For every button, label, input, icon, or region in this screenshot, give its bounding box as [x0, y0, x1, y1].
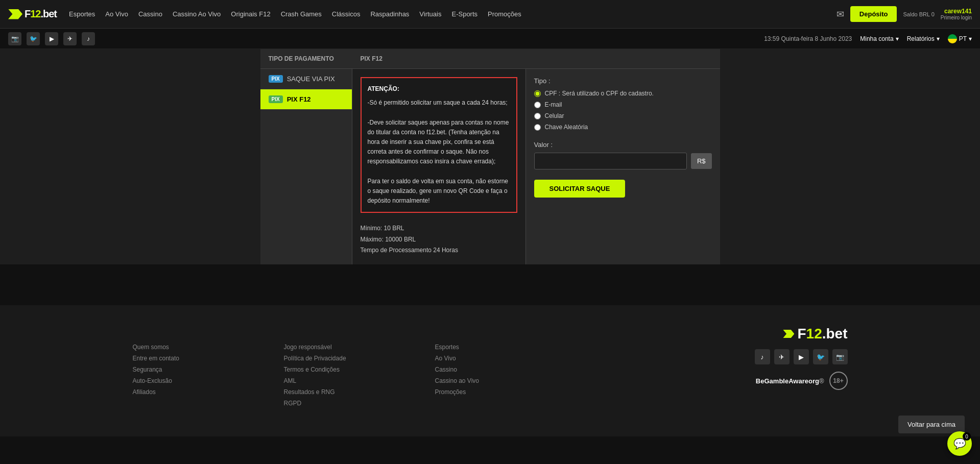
voltar-topo-button[interactable]: Voltar para cima: [898, 416, 965, 433]
footer-col-1: - Quem somos Entre em contato Segurança …: [133, 326, 264, 411]
balance-info: Saldo BRL 0: [903, 11, 934, 17]
nav-cassino[interactable]: Cassino: [138, 10, 162, 18]
radio-email-input[interactable]: [534, 102, 541, 108]
nav-promocoes[interactable]: Promoções: [488, 10, 521, 18]
main-content: TIPO DE PAGAMENTO PIX F12 PIX SAQUE VIA …: [0, 49, 980, 264]
valor-row: R$: [534, 153, 712, 169]
nav-esportes[interactable]: Esportes: [69, 10, 95, 18]
warning-limits: Mínimo: 10 BRL Máximo: 10000 BRL Tempo d…: [361, 223, 517, 256]
footer-promocoes[interactable]: Promoções: [435, 388, 566, 396]
radio-cpf-label: CPF : Será utilizado o CPF do cadastro.: [545, 90, 654, 97]
deposit-button[interactable]: Depósito: [850, 6, 897, 22]
radio-chave[interactable]: Chave Aleatória: [534, 124, 712, 131]
user-info: carew141 Primeiro login: [941, 8, 972, 20]
radio-cpf-input[interactable]: [534, 90, 541, 97]
footer-telegram-icon[interactable]: ✈: [774, 349, 790, 364]
youtube-icon[interactable]: ▶: [45, 32, 58, 45]
social-icons: 📷 🐦 ▶ ✈ ♪: [8, 32, 95, 45]
footer-youtube-icon[interactable]: ▶: [794, 349, 809, 364]
footer-instagram-icon[interactable]: 📷: [832, 349, 848, 364]
footer-social-icons: ♪ ✈ ▶ 🐦 📷: [755, 349, 848, 364]
limit-max: Máximo: 10000 BRL: [361, 234, 517, 246]
relatorios-button[interactable]: Relatórios ▾: [907, 35, 940, 42]
option-pix-f12[interactable]: PIX PIX F12: [260, 89, 352, 110]
solicitar-saque-button[interactable]: SOLICITAR SAQUE: [534, 180, 626, 198]
username: carew141: [941, 8, 972, 15]
begambleaware-text: BeGambleAwareorg®: [756, 377, 824, 385]
payment-body: PIX SAQUE VIA PIX PIX PIX F12 ATENÇÃO: -…: [260, 69, 720, 264]
footer-seguranca[interactable]: Segurança: [133, 366, 264, 373]
footer-grid: - Quem somos Entre em contato Segurança …: [133, 326, 848, 426]
currency-button[interactable]: R$: [691, 153, 712, 169]
header-pix: PIX F12: [352, 49, 720, 68]
tiktok-icon[interactable]: ♪: [82, 32, 95, 45]
radio-celular[interactable]: Celular: [534, 112, 712, 119]
nav-esports[interactable]: E-Sports: [451, 10, 477, 18]
telegram-icon[interactable]: ✈: [63, 32, 77, 45]
radio-celular-label: Celular: [545, 112, 564, 119]
pix-badge-green: PIX: [269, 95, 283, 103]
footer-auto-exclusao[interactable]: Auto-Exclusão: [133, 377, 264, 384]
instagram-icon[interactable]: 📷: [8, 32, 21, 45]
nav-classicos[interactable]: Clássicos: [332, 10, 361, 18]
footer-politica-privacidade[interactable]: Política de Privacidade: [284, 355, 415, 362]
language-button[interactable]: PT ▾: [948, 34, 972, 43]
footer-rgpd[interactable]: RGPD: [284, 400, 415, 407]
nav-originais-f12[interactable]: Originais F12: [231, 10, 270, 18]
footer: - Quem somos Entre em contato Segurança …: [0, 305, 980, 436]
radio-celular-input[interactable]: [534, 113, 541, 119]
footer-termos-condicoes[interactable]: Termos e Condições: [284, 366, 415, 373]
warning-title: ATENÇÃO:: [368, 84, 510, 94]
radio-group-tipo: CPF : Será utilizado o CPF do cadastro. …: [534, 90, 712, 131]
footer-jogo-responsavel[interactable]: Jogo responsável: [284, 344, 415, 351]
gray-space: [0, 264, 980, 305]
payment-options: PIX SAQUE VIA PIX PIX PIX F12: [260, 69, 352, 264]
warning-line-3: Para ter o saldo de volta em sua conta, …: [368, 177, 510, 206]
warning-line-2: -Deve solicitar saques apenas para conta…: [368, 118, 510, 167]
option-saque-label: SAQUE VIA PIX: [287, 75, 335, 83]
nav-ao-vivo[interactable]: Ao Vivo: [105, 10, 128, 18]
footer-aml[interactable]: AML: [284, 377, 415, 384]
radio-cpf[interactable]: CPF : Será utilizado o CPF do cadastro.: [534, 90, 712, 97]
age-badge: 18+: [829, 372, 848, 390]
footer-logo-text: F12.bet: [797, 326, 847, 342]
logo[interactable]: F12.bet: [8, 8, 57, 20]
warning-column: ATENÇÃO: -Só é permitido solicitar um sa…: [352, 69, 526, 264]
form-column: Tipo : CPF : Será utilizado o CPF do cad…: [526, 69, 720, 264]
warning-box: ATENÇÃO: -Só é permitido solicitar um sa…: [361, 77, 517, 213]
nav-virtuais[interactable]: Virtuais: [419, 10, 441, 18]
footer-brand: F12.bet ♪ ✈ ▶ 🐦 📷 BeGambleAwareorg® 18+: [586, 326, 848, 411]
footer-cassino[interactable]: Cassino: [435, 366, 566, 373]
datetime-area: 13:59 Quinta-feira 8 Junho 2023 Minha co…: [764, 34, 972, 43]
minha-conta-button[interactable]: Minha conta ▾: [860, 35, 898, 42]
limit-time: Tempo de Processamento 24 Horas: [361, 245, 517, 256]
payment-header: TIPO DE PAGAMENTO PIX F12: [260, 49, 720, 69]
footer-ao-vivo[interactable]: Ao Vivo: [435, 355, 566, 362]
nav-right: ✉ Depósito Saldo BRL 0 carew141 Primeiro…: [836, 6, 972, 22]
footer-cassino-ao-vivo[interactable]: Cassino ao Vivo: [435, 377, 566, 384]
logo-icon: [8, 9, 22, 19]
radio-email[interactable]: E-mail: [534, 101, 712, 108]
datetime-text: 13:59 Quinta-feira 8 Junho 2023: [764, 35, 852, 42]
footer-resultados-rng[interactable]: Resultados e RNG: [284, 388, 415, 396]
footer-entre-contato[interactable]: Entre em contato: [133, 355, 264, 362]
footer-twitter-icon[interactable]: 🐦: [813, 349, 828, 364]
valor-input[interactable]: [534, 153, 687, 169]
nav-crash-games[interactable]: Crash Games: [281, 10, 322, 18]
option-saque-via-pix[interactable]: PIX SAQUE VIA PIX: [260, 69, 352, 89]
warning-line-1: -Só é permitido solicitar um saque a cad…: [368, 98, 510, 108]
footer-esportes[interactable]: Esportes: [435, 344, 566, 351]
mail-icon[interactable]: ✉: [836, 9, 844, 20]
footer-logo: F12.bet: [783, 326, 847, 342]
limit-min: Mínimo: 10 BRL: [361, 223, 517, 234]
nav-cassino-ao-vivo[interactable]: Cassino Ao Vivo: [173, 10, 221, 18]
footer-tiktok-icon[interactable]: ♪: [755, 349, 770, 364]
radio-chave-input[interactable]: [534, 124, 541, 131]
footer-afiliados[interactable]: Afiliados: [133, 388, 264, 396]
pix-badge-blue: PIX: [269, 75, 283, 83]
footer-badges: BeGambleAwareorg® 18+: [756, 372, 848, 390]
footer-quem-somos[interactable]: Quem somos: [133, 344, 264, 351]
footer-logo-icon: [783, 330, 794, 338]
nav-raspadinhas[interactable]: Raspadinhas: [370, 10, 409, 18]
twitter-icon[interactable]: 🐦: [27, 32, 40, 45]
